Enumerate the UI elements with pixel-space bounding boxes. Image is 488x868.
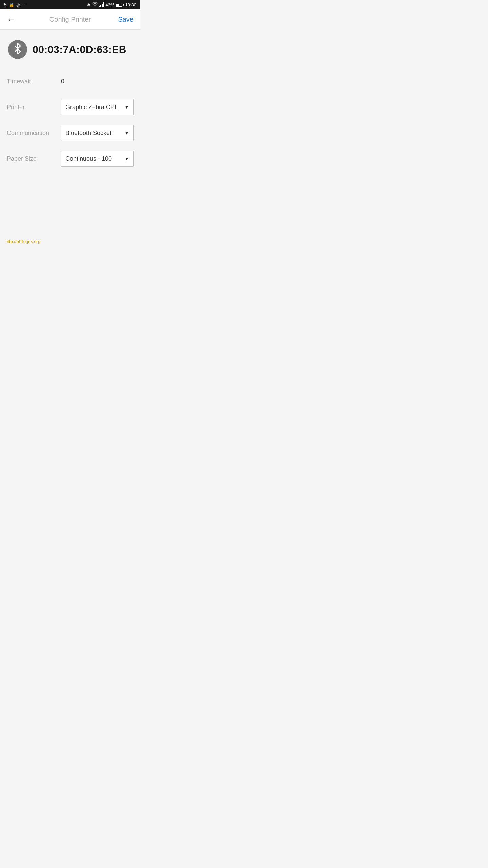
printer-row: Printer Graphic Zebra CPL ▼ [7, 98, 134, 116]
bluetooth-device-icon [8, 40, 27, 59]
communication-row: Communication Bluetooth Socket ▼ [7, 124, 134, 142]
battery-percentage: 43% [105, 2, 114, 7]
samsung-icon: 𝐒 [4, 2, 7, 8]
save-button[interactable]: Save [117, 14, 135, 25]
form-section: Timewait 0 Printer Graphic Zebra CPL ▼ C… [7, 73, 134, 167]
lock-icon: 🔒 [9, 2, 14, 7]
printer-dropdown[interactable]: Graphic Zebra CPL ▼ [61, 99, 134, 115]
app-bar: ← Config Printer Save [0, 9, 140, 30]
circle-icon: ◎ [16, 2, 20, 7]
status-right-icons: ✱ 43% 10:30 [87, 2, 136, 7]
bluetooth-status-icon: ✱ [87, 2, 91, 7]
bluetooth-symbol [13, 43, 22, 56]
printer-label: Printer [7, 104, 61, 111]
battery-icon [116, 3, 124, 7]
paper-size-dropdown-arrow-icon: ▼ [124, 156, 129, 161]
page-title: Config Printer [49, 16, 91, 23]
back-button[interactable]: ← [5, 13, 17, 26]
footer-link[interactable]: http://philogos.org [5, 239, 40, 244]
printer-dropdown-value: Graphic Zebra CPL [65, 104, 118, 111]
content-area: 00:03:7A:0D:63:EB Timewait 0 Printer Gra… [0, 30, 140, 250]
printer-dropdown-arrow-icon: ▼ [124, 104, 129, 110]
paper-size-label: Paper Size [7, 155, 61, 162]
timewait-label: Timewait [7, 78, 61, 85]
device-row: 00:03:7A:0D:63:EB [8, 40, 134, 59]
signal-icon [99, 2, 104, 7]
paper-size-dropdown-value: Continuous - 100 [65, 155, 112, 162]
paper-size-dropdown[interactable]: Continuous - 100 ▼ [61, 151, 134, 167]
communication-dropdown[interactable]: Bluetooth Socket ▼ [61, 125, 134, 141]
timewait-value: 0 [61, 78, 64, 85]
timewait-row: Timewait 0 [7, 73, 134, 90]
time-display: 10:30 [125, 2, 136, 7]
wifi-icon [92, 2, 98, 7]
status-bar: 𝐒 🔒 ◎ ··· ✱ 43% 10:30 [0, 0, 140, 9]
device-address: 00:03:7A:0D:63:EB [33, 44, 126, 55]
communication-dropdown-arrow-icon: ▼ [124, 130, 129, 136]
communication-dropdown-value: Bluetooth Socket [65, 130, 111, 137]
status-left-icons: 𝐒 🔒 ◎ ··· [4, 2, 27, 8]
paper-size-row: Paper Size Continuous - 100 ▼ [7, 150, 134, 167]
communication-label: Communication [7, 130, 61, 137]
dots-icon: ··· [22, 2, 27, 7]
